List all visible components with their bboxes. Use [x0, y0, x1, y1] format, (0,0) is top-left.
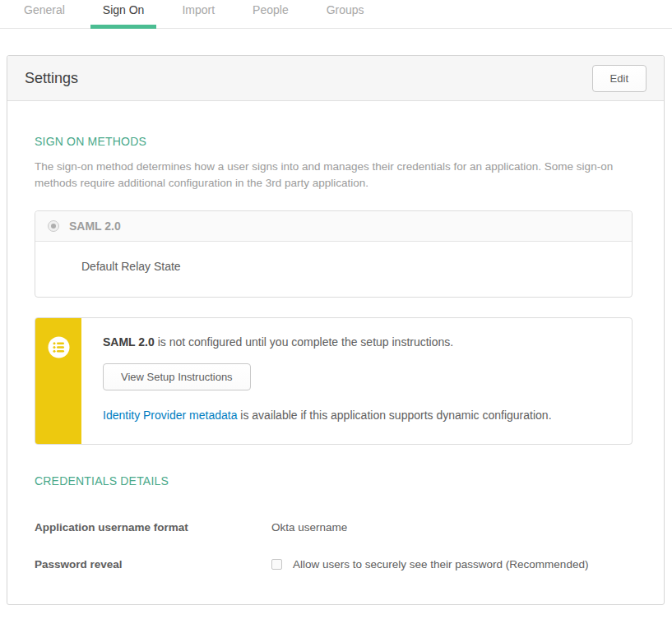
callout-accent-strip — [35, 318, 81, 444]
tab-general[interactable]: General — [12, 0, 77, 29]
saml-radio-button[interactable] — [48, 220, 59, 232]
setup-instructions-list-icon — [48, 336, 70, 358]
password-reveal-row: Password reveal Allow users to securely … — [35, 558, 637, 570]
password-reveal-checkbox[interactable] — [271, 559, 282, 570]
settings-panel: Settings Edit SIGN ON METHODS The sign-o… — [7, 55, 665, 605]
sign-on-methods-heading: SIGN ON METHODS — [35, 135, 637, 148]
idp-metadata-line: Identity Provider metadata is available … — [103, 409, 615, 422]
tab-sign-on[interactable]: Sign On — [90, 0, 157, 29]
username-format-value: Okta username — [271, 521, 347, 534]
saml-method-card: SAML 2.0 Default Relay State — [35, 210, 633, 298]
idp-metadata-line-rest: is available if this application support… — [237, 409, 551, 422]
callout-message-bold: SAML 2.0 — [103, 335, 155, 349]
saml-method-label: SAML 2.0 — [69, 219, 121, 233]
sign-on-methods-description: The sign-on method determines how a user… — [35, 159, 637, 192]
settings-panel-header: Settings Edit — [7, 56, 664, 101]
callout-message: SAML 2.0 is not configured until you com… — [103, 335, 615, 349]
saml-method-body: Default Relay State — [35, 242, 632, 297]
view-setup-instructions-button[interactable]: View Setup Instructions — [103, 363, 251, 390]
radio-selected-dot — [51, 224, 56, 229]
identity-provider-metadata-link[interactable]: Identity Provider metadata — [103, 409, 237, 422]
saml-method-header[interactable]: SAML 2.0 — [35, 211, 632, 242]
credentials-details-heading: CREDENTIALS DETAILS — [35, 474, 637, 487]
password-reveal-label: Password reveal — [35, 558, 271, 570]
edit-button[interactable]: Edit — [592, 65, 647, 92]
app-tab-bar: General Sign On Import People Groups — [0, 0, 672, 29]
username-format-label: Application username format — [35, 521, 271, 534]
page-title: Settings — [25, 70, 78, 87]
saml-setup-callout: SAML 2.0 is not configured until you com… — [35, 317, 633, 445]
tab-import[interactable]: Import — [169, 0, 227, 29]
default-relay-state-label: Default Relay State — [81, 260, 181, 273]
password-reveal-checkbox-label: Allow users to securely see their passwo… — [293, 558, 588, 570]
settings-panel-body: SIGN ON METHODS The sign-on method deter… — [7, 101, 664, 570]
tab-groups[interactable]: Groups — [314, 0, 377, 29]
username-format-row: Application username format Okta usernam… — [35, 521, 637, 534]
tab-people[interactable]: People — [240, 0, 301, 29]
callout-message-rest: is not configured until you complete the… — [155, 335, 453, 349]
callout-content: SAML 2.0 is not configured until you com… — [81, 318, 632, 444]
